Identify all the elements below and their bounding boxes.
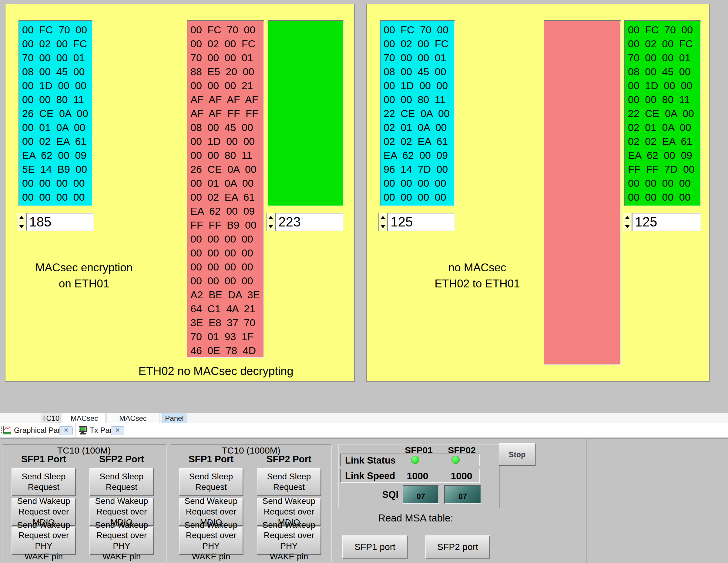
sfp02-link-speed-value: 1000 xyxy=(442,471,481,482)
spin-down-button[interactable] xyxy=(266,222,275,231)
send-wakeup-phy-wake-button[interactable]: Send Wakeup Request over PHY WAKE pin xyxy=(257,527,321,555)
spin-up-button[interactable] xyxy=(17,213,26,222)
hex-row: EA 62 00 09 xyxy=(190,204,263,218)
eth01-result-hex-dump-empty[interactable] xyxy=(268,20,344,206)
eth01-byte-count-field[interactable]: 185 xyxy=(26,213,94,231)
msa-sfp1-port-button[interactable]: SFP1 port xyxy=(342,535,408,558)
eth02-tx-count-field[interactable]: 125 xyxy=(387,213,455,231)
eth02-tx-hex-dump[interactable]: 00 FC 70 0000 02 00 FC70 00 00 0108 00 4… xyxy=(380,20,455,206)
hex-row: 88 E5 20 00 xyxy=(190,65,263,79)
hex-row: 00 00 00 00 xyxy=(628,176,700,190)
macsec-test-screen: 00 FC 70 0000 02 00 FC70 00 00 0108 00 4… xyxy=(0,0,728,563)
spin-down-button[interactable] xyxy=(623,222,632,231)
hex-row: 64 C1 4A 21 xyxy=(190,302,263,316)
arrow-up-icon xyxy=(268,216,273,219)
macsec-encryption-caption: MACsec encryption on ETH01 xyxy=(13,260,155,292)
spin-up-button[interactable] xyxy=(378,213,387,222)
eth02-tx-count-spinner[interactable]: 125 xyxy=(378,213,455,231)
hex-row: 00 00 00 00 xyxy=(384,190,454,204)
eth01-rx-count-spinner[interactable]: 125 xyxy=(623,213,701,231)
hex-row: 00 1D 00 00 xyxy=(190,134,263,148)
arrow-down-icon xyxy=(381,225,385,228)
hex-row: 00 01 0A 00 xyxy=(22,120,92,134)
hex-row: 00 02 EA 61 xyxy=(22,134,92,148)
spin-down-button[interactable] xyxy=(17,222,26,231)
hex-row: 46 0E 78 4D xyxy=(190,343,263,357)
arrow-up-icon xyxy=(625,216,630,219)
read-msa-table-label: Read MSA table: xyxy=(370,512,461,524)
link-speed-label: Link Speed xyxy=(345,471,395,481)
send-sleep-request-button[interactable]: Send Sleep Request xyxy=(12,468,76,496)
eth01-encrypted-hex-dump[interactable]: 00 FC 70 0000 02 00 FC70 00 00 0108 00 4… xyxy=(18,20,92,206)
eth02-byte-count-field[interactable]: 223 xyxy=(275,213,344,231)
bottom-pane-divider xyxy=(586,439,587,563)
hex-row: 00 01 0A 00 xyxy=(190,176,263,190)
hex-row: 00 FC 70 00 xyxy=(190,23,263,37)
hex-row: EA 62 00 09 xyxy=(628,148,700,162)
decrypt-hex-dump-empty[interactable] xyxy=(544,20,621,365)
hex-row: 00 FC 70 00 xyxy=(384,23,454,37)
spin-up-button[interactable] xyxy=(266,213,275,222)
eth01-rx-hex-dump[interactable]: 00 FC 70 0000 02 00 FC70 00 00 0108 00 4… xyxy=(624,20,701,206)
hex-row: 08 00 45 00 xyxy=(384,65,454,79)
eth02-decrypting-caption: ETH02 no MACsec decrypting xyxy=(110,363,322,380)
close-icon[interactable]: ✕ xyxy=(59,426,73,435)
hex-row: 00 02 EA 61 xyxy=(190,190,263,204)
hex-row: AF AF AF AF xyxy=(190,92,263,106)
hex-row: 02 01 0A 00 xyxy=(628,120,700,134)
send-wakeup-phy-wake-button[interactable]: Send Wakeup Request over PHY WAKE pin xyxy=(89,527,154,555)
hex-row: 70 00 00 01 xyxy=(190,51,263,65)
tab-tc10[interactable]: TC10 xyxy=(41,413,61,423)
hex-row: A2 BE DA 3E xyxy=(190,288,263,302)
eth01-byte-count-spinner[interactable]: 185 xyxy=(17,213,94,231)
tab-panel-2[interactable]: Panel 2 xyxy=(162,413,186,423)
close-icon[interactable]: ✕ xyxy=(111,426,124,435)
graphical-panels-icon xyxy=(1,426,12,436)
eth01-rx-count-field[interactable]: 125 xyxy=(632,213,701,231)
hex-row: 08 00 45 00 xyxy=(628,65,700,79)
send-sleep-request-button[interactable]: Send Sleep Request xyxy=(89,468,154,496)
spinner-arrows xyxy=(623,213,632,231)
stop-button[interactable]: Stop xyxy=(499,443,535,466)
arrow-up-icon xyxy=(19,216,24,219)
hex-row: 00 00 00 00 xyxy=(190,274,263,288)
sfp01-sqi-indicator: 07 xyxy=(403,485,439,504)
sfp02-link-led xyxy=(451,456,460,464)
hex-row: 00 1D 00 00 xyxy=(384,79,454,92)
arrow-down-icon xyxy=(19,225,24,228)
no-macsec-panel: 00 FC 70 0000 02 00 FC70 00 00 0108 00 4… xyxy=(366,4,710,382)
tab-macsec-panel[interactable]: MACsec Panel xyxy=(63,413,106,423)
spinner-arrows xyxy=(17,213,26,231)
arrow-down-icon xyxy=(268,225,273,228)
bottom-separator xyxy=(0,437,728,439)
msa-sfp2-port-button[interactable]: SFP2 port xyxy=(425,535,490,558)
hex-row: 02 02 EA 61 xyxy=(628,134,700,148)
hex-row: FF FF B9 00 xyxy=(190,218,263,232)
macsec-encryption-panel: 00 FC 70 0000 02 00 FC70 00 00 0108 00 4… xyxy=(5,4,355,382)
hex-row: 00 FC 70 00 xyxy=(628,23,700,37)
hex-row: 00 02 00 FC xyxy=(190,37,263,51)
eth02-decrypted-hex-dump[interactable]: 00 FC 70 0000 02 00 FC70 00 00 0188 E5 2… xyxy=(187,20,264,358)
hex-row: 00 00 00 00 xyxy=(22,190,92,204)
hex-row: 26 CE 0A 00 xyxy=(190,162,263,176)
eth02-byte-count-spinner[interactable]: 223 xyxy=(266,213,344,231)
send-sleep-request-button[interactable]: Send Sleep Request xyxy=(257,468,321,496)
sfp01-link-speed-value: 1000 xyxy=(399,471,436,482)
panel-tab-bar: TC10 MACsec Panel MACsec Description Pan… xyxy=(0,413,728,424)
hex-row: 00 02 00 FC xyxy=(628,37,700,51)
window-tab-bar: Graphical Panels ✕ Tx Panel ✕ xyxy=(0,423,728,437)
hex-row: 70 00 00 01 xyxy=(22,51,92,65)
spin-down-button[interactable] xyxy=(378,222,387,231)
spin-up-button[interactable] xyxy=(623,213,632,222)
sfp02-sqi-indicator: 07 xyxy=(444,485,481,504)
send-wakeup-phy-wake-button[interactable]: Send Wakeup Request over PHY WAKE pin xyxy=(12,527,76,555)
send-sleep-request-button[interactable]: Send Sleep Request xyxy=(179,468,243,496)
hex-row: 00 00 00 00 xyxy=(384,176,454,190)
hex-row: 22 CE 0A 00 xyxy=(628,106,700,120)
send-wakeup-phy-wake-button[interactable]: Send Wakeup Request over PHY WAKE pin xyxy=(179,527,243,555)
hex-row: 00 00 00 00 xyxy=(190,232,263,246)
hex-row: 00 1D 00 00 xyxy=(22,79,92,92)
tab-macsec-description[interactable]: MACsec Description xyxy=(106,413,159,423)
hex-row: 02 01 0A 00 xyxy=(384,120,454,134)
hex-row: 00 FC 70 00 xyxy=(22,23,92,37)
